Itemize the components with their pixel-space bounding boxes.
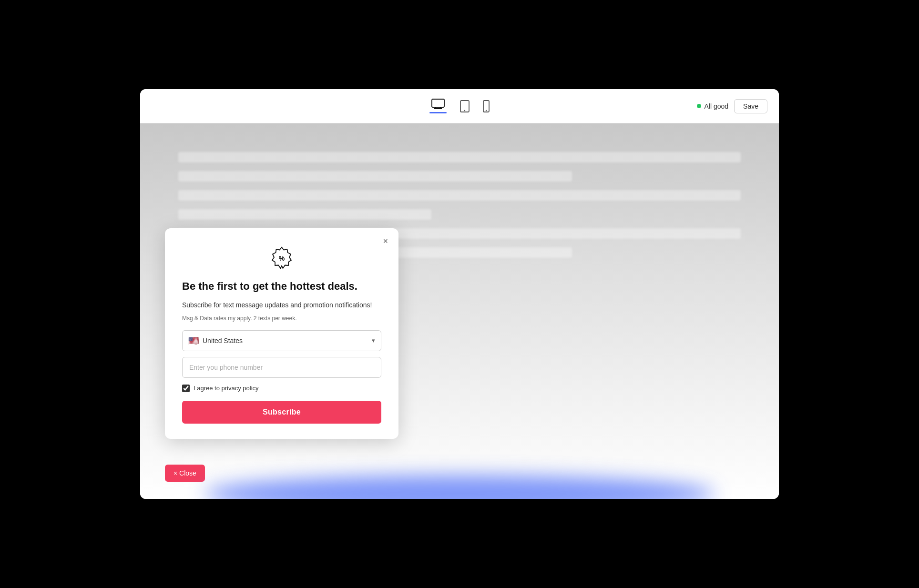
popup-notice: Msg & Data rates my apply. 2 texts per w…	[182, 315, 381, 322]
country-select[interactable]: 🇺🇸 United States ▾	[182, 330, 381, 351]
svg-rect-0	[432, 99, 444, 107]
canvas-area: × % Be the first to get the hottest deal…	[140, 123, 779, 499]
svg-point-7	[486, 110, 487, 111]
bg-strip-4	[178, 209, 431, 220]
popup-close-button[interactable]: ×	[379, 235, 392, 247]
save-button[interactable]: Save	[734, 99, 767, 113]
desktop-device-tab[interactable]	[429, 99, 447, 113]
bg-strip-1	[178, 152, 741, 162]
popup-modal: × % Be the first to get the hottest deal…	[165, 228, 398, 439]
country-name: United States	[203, 337, 372, 345]
device-switcher	[429, 99, 490, 113]
close-bar-button[interactable]: × Close	[165, 465, 205, 482]
chevron-down-icon: ▾	[372, 337, 375, 344]
tablet-device-tab[interactable]	[460, 100, 470, 112]
country-flag: 🇺🇸	[188, 335, 199, 346]
svg-point-5	[464, 110, 465, 111]
popup-heading: Be the first to get the hottest deals.	[182, 280, 381, 294]
status-label: All good	[704, 102, 728, 110]
discount-badge-icon: %	[269, 245, 295, 271]
phone-input[interactable]	[182, 357, 381, 378]
toolbar: All good Save	[140, 89, 779, 123]
screen-wrapper: All good Save × %	[140, 89, 779, 499]
status-indicator: All good	[697, 102, 728, 110]
toolbar-right: All good Save	[697, 99, 767, 113]
mobile-device-tab[interactable]	[483, 100, 490, 112]
popup-icon-wrapper: %	[182, 245, 381, 271]
bg-strip-2	[178, 171, 572, 182]
privacy-checkbox-row: I agree to privacy policy	[182, 385, 381, 392]
subscribe-button[interactable]: Subscribe	[182, 401, 381, 424]
svg-text:%: %	[279, 254, 285, 262]
privacy-checkbox[interactable]	[182, 385, 190, 392]
popup-subtext: Subscribe for text message updates and p…	[182, 300, 381, 310]
privacy-label: I agree to privacy policy	[194, 385, 259, 392]
status-dot	[697, 104, 701, 108]
bg-strip-3	[178, 190, 741, 201]
